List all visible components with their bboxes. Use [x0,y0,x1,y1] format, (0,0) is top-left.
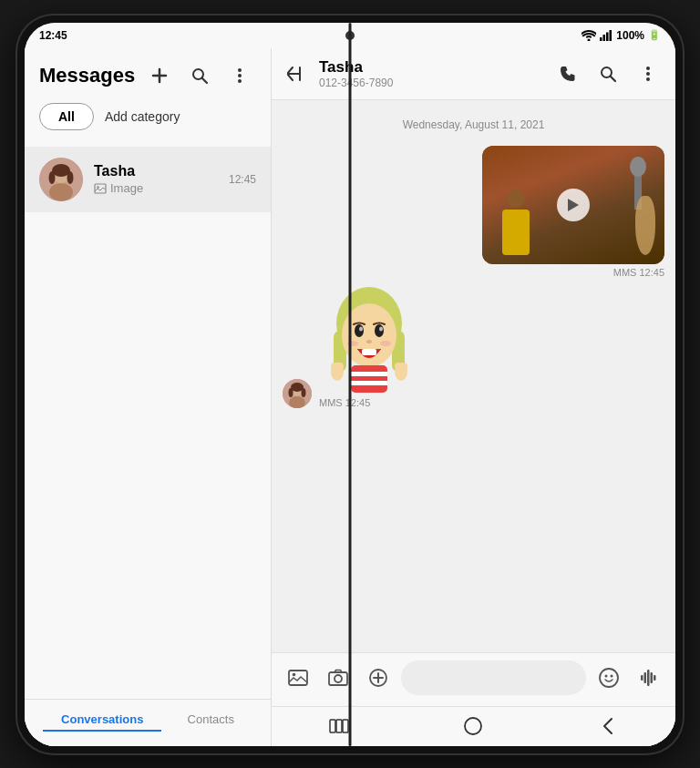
svg-rect-53 [289,671,307,685]
back-nav-button[interactable] [590,713,626,739]
signal-icon [600,30,612,41]
message-mms-sticker: MMS 12:45 [283,285,664,408]
svg-point-11 [238,79,242,83]
chat-header-icons [551,57,664,90]
emoji-bitmoji-button[interactable] [592,660,626,695]
svg-point-52 [380,341,391,346]
svg-point-40 [359,326,363,331]
right-panel-chat: Tasha 012-3456-7890 [272,48,675,746]
gallery-button[interactable] [281,660,315,695]
add-category-button[interactable]: Add category [105,109,180,124]
svg-rect-3 [606,32,609,41]
svg-rect-46 [351,381,387,385]
battery-icon: 🔋 [648,29,661,41]
message-input[interactable] [401,660,586,695]
search-chat-button[interactable] [592,57,624,90]
svg-point-25 [646,72,650,76]
fold-line [349,23,352,746]
svg-point-71 [465,718,481,734]
left-header: Messages [25,48,271,145]
back-button[interactable] [283,59,312,88]
svg-point-38 [355,324,364,337]
home-nav-button[interactable] [455,713,491,739]
contact-name: Tasha [319,58,544,77]
add-content-button[interactable] [361,660,396,695]
svg-rect-44 [351,365,387,393]
compose-button[interactable] [143,59,176,92]
chat-messages-area[interactable]: Wednesday, August 11, 2021 [272,100,675,652]
svg-rect-66 [651,672,654,683]
svg-point-39 [375,324,384,337]
call-button[interactable] [551,57,584,90]
msg-meta-video: MMS 12:45 [613,267,664,278]
svg-marker-27 [568,199,579,211]
svg-rect-65 [647,670,650,686]
filter-bar: All Add category [39,103,256,130]
video-play-button[interactable] [557,189,590,221]
svg-rect-64 [644,672,647,683]
svg-point-56 [335,675,342,682]
nav-conversations-tab[interactable]: Conversations [43,709,161,732]
voice-input-button[interactable] [632,660,666,695]
svg-rect-43 [362,349,376,355]
svg-rect-63 [641,675,643,681]
header-action-icons [143,59,256,92]
svg-point-10 [238,74,242,77]
svg-point-33 [302,388,306,397]
svg-rect-69 [336,720,342,732]
svg-rect-48 [331,363,344,370]
nav-conversations-label: Conversations [61,712,143,726]
svg-point-32 [289,388,293,397]
contact-info: Tasha 012-3456-7890 [319,58,544,89]
svg-point-14 [49,183,73,201]
msg-meta-sticker: MMS 12:45 [319,397,419,408]
avatar-tasha [39,158,83,201]
svg-rect-45 [351,372,387,376]
recents-nav-button[interactable] [321,713,357,739]
battery-display: 100% [616,29,644,42]
svg-point-16 [49,171,56,184]
sticker-content: MMS 12:45 [319,285,419,408]
chat-input-bar [272,652,675,706]
header-top-row: Messages [39,59,256,92]
left-bottom-nav: Conversations Contacts [25,699,271,746]
left-panel-messages: Messages [25,48,272,746]
svg-rect-4 [610,30,612,41]
svg-point-62 [611,674,613,677]
message-mms-video: MMS 12:45 [283,146,664,278]
chat-more-button[interactable] [632,57,664,90]
svg-line-23 [611,77,615,81]
time-display: 12:45 [39,29,67,42]
svg-point-42 [366,340,372,343]
sender-avatar-small [283,379,312,408]
contact-phone: 012-3456-7890 [319,77,544,89]
phone-device: 12:45 [17,15,683,753]
video-thumbnail[interactable] [482,146,664,264]
nav-contacts-label: Contacts [188,712,234,726]
status-indicators: 100% 🔋 [582,29,661,42]
more-options-button[interactable] [223,59,256,92]
search-button[interactable] [183,59,216,92]
filter-all-button[interactable]: All [39,103,94,130]
svg-point-41 [379,326,383,331]
svg-rect-55 [329,672,347,685]
conversation-item-tasha[interactable]: Tasha Image 12:45 [25,147,271,212]
svg-rect-67 [654,675,656,681]
svg-rect-50 [395,363,407,370]
conv-info-tasha: Tasha Image [94,163,229,195]
svg-point-24 [646,67,650,70]
nav-contacts-tab[interactable]: Contacts [170,709,252,732]
system-nav-bar [272,706,675,746]
svg-point-60 [600,669,618,687]
wifi-icon [582,30,596,41]
svg-line-8 [202,78,207,83]
conversation-list: Tasha Image 12:45 [25,145,271,699]
svg-rect-2 [603,35,606,41]
conv-name-tasha: Tasha [94,163,229,179]
svg-rect-1 [600,37,602,41]
chat-header: Tasha 012-3456-7890 [272,48,675,100]
messages-title: Messages [39,64,143,87]
svg-point-61 [605,674,608,677]
svg-point-26 [646,77,650,81]
date-divider: Wednesday, August 11, 2021 [283,118,664,131]
